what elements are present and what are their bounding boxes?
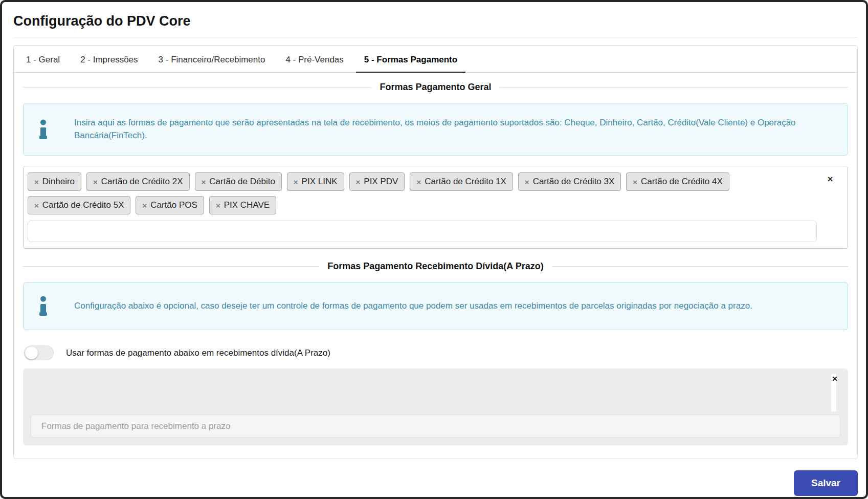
tag-label: PIX CHAVE (224, 200, 270, 210)
debt-toggle-row: Usar formas de pagamento abaixo em receb… (23, 345, 848, 360)
payment-methods-multiselect[interactable]: ✕ ×Dinheiro ×Cartão de Crédito 2X ×Cartã… (23, 166, 848, 249)
tag-cartao-pos[interactable]: ×Cartão POS (136, 196, 204, 214)
tab-bar: 1 - Geral 2 - Impressões 3 - Financeiro/… (14, 46, 857, 73)
debt-toggle-label: Usar formas de pagamento abaixo em receb… (66, 348, 330, 358)
clear-all-icon[interactable]: ✕ (832, 375, 838, 382)
tag-cartao-credito-2x[interactable]: ×Cartão de Crédito 2X (86, 172, 189, 191)
tag-label: Cartão de Crédito 2X (101, 177, 183, 187)
remove-tag-icon[interactable]: × (216, 202, 220, 209)
tag-cartao-credito-1x[interactable]: ×Cartão de Crédito 1X (410, 172, 513, 191)
section-heading-geral: Formas Pagamento Geral (23, 82, 848, 93)
remove-tag-icon[interactable]: × (416, 178, 421, 186)
tag-label: Cartão de Crédito 4X (641, 177, 723, 187)
section-heading-divida: Formas Pagamento Recebimento Dívida(A Pr… (23, 261, 848, 272)
divider-line (23, 87, 371, 88)
title-divider (13, 37, 858, 37)
tag-label: Cartão POS (150, 200, 197, 210)
divider-line (552, 266, 848, 267)
payment-method-tag-list: ×Dinheiro ×Cartão de Crédito 2X ×Cartão … (28, 172, 817, 214)
info-box-geral: Insira aqui as formas de pagamento que s… (23, 103, 848, 156)
tab-formas-pagamento[interactable]: 5 - Formas Pagamento (356, 52, 465, 73)
tab-geral[interactable]: 1 - Geral (18, 52, 68, 72)
remove-tag-icon[interactable]: × (294, 178, 298, 186)
tag-label: Cartão de Débito (209, 177, 275, 187)
pdv-config-page: Configuração do PDV Core 1 - Geral 2 - I… (2, 2, 866, 496)
config-card: 1 - Geral 2 - Impressões 3 - Financeiro/… (13, 45, 858, 459)
remove-tag-icon[interactable]: × (142, 202, 147, 209)
remove-tag-icon[interactable]: × (34, 202, 39, 209)
tab-panel-formas-pagamento: Formas Pagamento Geral Insira aqui as fo… (14, 73, 857, 459)
tab-financeiro-recebimento[interactable]: 3 - Financeiro/Recebimento (150, 52, 274, 72)
divider-line (23, 266, 319, 267)
remove-tag-icon[interactable]: × (93, 178, 98, 186)
tag-pix-link[interactable]: ×PIX LINK (287, 172, 344, 191)
tag-label: Dinheiro (42, 177, 75, 187)
section-heading-divida-label: Formas Pagamento Recebimento Dívida(A Pr… (327, 261, 543, 272)
debt-payment-method-input (31, 415, 840, 438)
toggle-knob (25, 346, 38, 359)
tag-cartao-credito-5x[interactable]: ×Cartão de Crédito 5X (28, 196, 130, 214)
tab-impressoes[interactable]: 2 - Impressões (72, 52, 146, 72)
info-icon (39, 119, 48, 140)
debt-payment-methods-multiselect-disabled: ✕ (23, 368, 848, 445)
divider-line (500, 87, 848, 88)
info-box-divida: Configuração abaixo é opcional, caso des… (23, 282, 848, 330)
footer-actions: Salvar (13, 459, 858, 496)
page-title: Configuração do PDV Core (13, 13, 858, 29)
remove-tag-icon[interactable]: × (356, 178, 361, 186)
tag-cartao-credito-3x[interactable]: ×Cartão de Crédito 3X (518, 172, 621, 191)
tab-pre-vendas[interactable]: 4 - Pré-Vendas (277, 52, 351, 72)
tag-label: PIX PDV (364, 177, 398, 187)
payment-method-search-input[interactable] (28, 221, 817, 242)
tag-label: PIX LINK (302, 177, 338, 187)
tag-pix-pdv[interactable]: ×PIX PDV (349, 172, 405, 191)
clear-all-icon[interactable]: ✕ (827, 176, 833, 183)
remove-tag-icon[interactable]: × (633, 178, 637, 186)
save-button[interactable]: Salvar (794, 470, 858, 496)
remove-tag-icon[interactable]: × (34, 178, 39, 186)
remove-tag-icon[interactable]: × (202, 178, 206, 186)
tag-cartao-debito[interactable]: ×Cartão de Débito (195, 172, 282, 191)
info-text-divida: Configuração abaixo é opcional, caso des… (74, 300, 752, 313)
tag-label: Cartão de Crédito 5X (42, 200, 124, 210)
remove-tag-icon[interactable]: × (525, 178, 529, 186)
tag-dinheiro[interactable]: ×Dinheiro (28, 172, 81, 191)
tag-pix-chave[interactable]: ×PIX CHAVE (209, 196, 276, 214)
info-icon (39, 296, 48, 316)
debt-toggle-switch[interactable] (24, 345, 54, 360)
section-heading-geral-label: Formas Pagamento Geral (380, 82, 491, 93)
tag-label: Cartão de Crédito 3X (533, 177, 615, 187)
tag-cartao-credito-4x[interactable]: ×Cartão de Crédito 4X (626, 172, 729, 191)
info-text-geral: Insira aqui as formas de pagamento que s… (74, 117, 832, 142)
tag-label: Cartão de Crédito 1X (425, 177, 506, 187)
